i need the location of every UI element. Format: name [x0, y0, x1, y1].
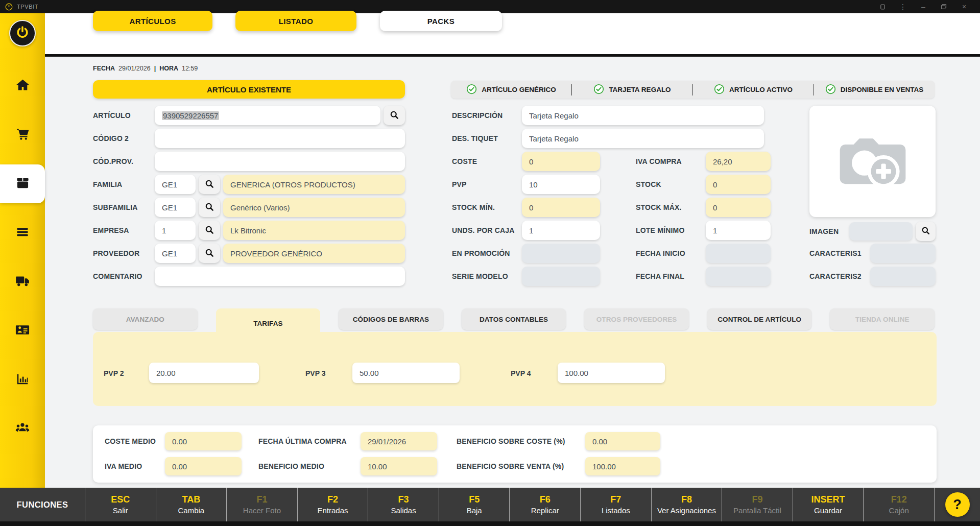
lote-minimo-input[interactable]	[706, 221, 771, 240]
proveedor-search-button[interactable]	[199, 244, 220, 263]
nav-articulos-button[interactable]: ARTÍCULOS	[93, 11, 212, 31]
restore-button[interactable]	[936, 1, 951, 12]
caracteris1-label: CARACTERIS1	[809, 249, 870, 257]
des-tiquet-input[interactable]	[522, 129, 764, 148]
tab-codigos-de-barras[interactable]: CÓDIGOS DE BARRAS	[339, 308, 443, 330]
stock-input[interactable]	[706, 175, 771, 194]
beneficio-sobre-venta-input[interactable]	[585, 457, 660, 475]
fecha-inicio-label: FECHA INICIO	[636, 249, 706, 257]
pvp-input[interactable]	[522, 175, 600, 194]
pvp4-input[interactable]	[558, 363, 665, 383]
tab-control-de-articulo[interactable]: CONTROL DE ARTÍCULO	[707, 308, 812, 330]
help-button[interactable]: ?	[945, 492, 970, 517]
imagen-search-button[interactable]	[916, 222, 936, 241]
iva-medio-input[interactable]	[165, 457, 242, 475]
subfamilia-code-input[interactable]	[155, 198, 196, 217]
apps-icon[interactable]	[875, 1, 890, 12]
fn-f3-salidas[interactable]: F3 Salidas	[368, 488, 439, 521]
fn-f1-hacer-foto[interactable]: F1 Hacer Foto	[226, 488, 297, 521]
familia-search-button[interactable]	[199, 175, 220, 194]
close-button[interactable]: ×	[957, 1, 972, 12]
pvp2-input[interactable]	[149, 363, 259, 383]
fn-f5-baja[interactable]: F5 Baja	[439, 488, 510, 521]
sidebar-item-sales[interactable]	[0, 115, 45, 154]
menu-dots-icon[interactable]: ⋮	[895, 1, 911, 12]
check-circle-icon	[593, 84, 604, 96]
menu-lines-icon	[16, 225, 29, 241]
sidebar-item-articles[interactable]	[0, 164, 45, 203]
familia-desc-field[interactable]	[223, 175, 405, 194]
flag-tarjeta-regalo[interactable]: TARJETA REGALO	[572, 84, 692, 96]
empresa-desc-field[interactable]	[223, 221, 405, 240]
sidebar-item-home[interactable]	[0, 66, 45, 105]
familia-code-input[interactable]	[155, 175, 196, 194]
codigo2-input[interactable]	[155, 129, 405, 148]
sidebar-item-users[interactable]	[0, 410, 45, 448]
unds-caja-input[interactable]	[522, 221, 600, 240]
tab-tienda-online[interactable]: TIENDA ONLINE	[830, 308, 935, 330]
coste-medio-input[interactable]	[165, 432, 242, 450]
sidebar-item-reports[interactable]	[0, 361, 45, 399]
flag-disponible-en-ventas[interactable]: DISPONIBLE EN VENTAS	[814, 84, 935, 96]
fecha-ultima-compra-input[interactable]	[361, 432, 437, 450]
minimize-button[interactable]: –	[916, 1, 931, 12]
subfamilia-desc-field[interactable]	[223, 198, 405, 217]
empresa-code-input[interactable]	[155, 221, 196, 240]
proveedor-code-input[interactable]	[155, 244, 196, 263]
comentario-input[interactable]	[155, 267, 405, 286]
article-image-placeholder[interactable]	[809, 106, 936, 217]
tab-avanzado[interactable]: AVANZADO	[93, 308, 198, 330]
id-card-icon	[15, 323, 30, 339]
beneficio-medio-label: BENEFICIO MEDIO	[258, 462, 361, 470]
tab-otros-proveedores[interactable]: OTROS PROVEEDORES	[584, 308, 689, 330]
fn-key: INSERT	[811, 494, 845, 506]
coste-input[interactable]	[522, 152, 600, 171]
flag-articulo-generico[interactable]: ARTÍCULO GENÉRICO	[451, 84, 571, 96]
proveedor-row: PROVEEDOR	[93, 244, 405, 263]
articulo-input[interactable]: 9390529226557	[155, 106, 380, 125]
article-status-banner: ARTÍCULO EXISTENTE	[93, 80, 405, 99]
tab-tarifas[interactable]: TARIFAS	[216, 308, 321, 338]
bottom-strip	[0, 521, 980, 526]
pvp3-input[interactable]	[352, 363, 460, 383]
proveedor-desc-field[interactable]	[223, 244, 405, 263]
nav-listado-button[interactable]: LISTADO	[235, 11, 356, 31]
stock-min-label: STOCK MÍN.	[452, 203, 522, 211]
empresa-search-button[interactable]	[199, 221, 220, 240]
fecha-ultima-compra-label: FECHA ÚLTIMA COMPRA	[258, 437, 361, 445]
tab-datos-contables[interactable]: DATOS CONTABLES	[462, 308, 566, 330]
codigo2-row: CÓDIGO 2	[93, 129, 405, 148]
check-circle-icon	[466, 84, 477, 96]
stock-max-input[interactable]	[706, 198, 771, 217]
fn-f12-cajon[interactable]: F12 Cajón	[863, 488, 935, 521]
tpvbit-app: TPVBIT ⋮ – × ARTÍCULOS LISTADO PACKS	[0, 0, 980, 526]
fn-esc-salir[interactable]: ESC Salir	[85, 488, 156, 521]
fn-f8-ver-asignaciones[interactable]: F8 Ver Asignaciones	[651, 488, 722, 521]
fn-insert-guardar[interactable]: INSERT Guardar	[793, 488, 864, 521]
power-button[interactable]	[9, 20, 36, 46]
fn-label: Salir	[113, 506, 128, 516]
iva-compra-input[interactable]	[706, 152, 771, 171]
fn-tab-cambia[interactable]: TAB Cambia	[156, 488, 227, 521]
stock-min-input[interactable]	[522, 198, 600, 217]
beneficio-sobre-coste-input[interactable]	[585, 432, 660, 450]
fn-f6-replicar[interactable]: F6 Replicar	[509, 488, 580, 521]
subfamilia-search-button[interactable]	[199, 198, 220, 217]
fn-f7-listados[interactable]: F7 Listados	[580, 488, 651, 521]
descripcion-input[interactable]	[522, 106, 764, 125]
flag-label: DISPONIBLE EN VENTAS	[841, 86, 924, 93]
beneficio-medio-input[interactable]	[361, 457, 437, 475]
stock-label: STOCK	[636, 180, 706, 188]
nav-packs-button[interactable]: PACKS	[380, 11, 502, 31]
sidebar-item-lists[interactable]	[0, 213, 45, 252]
des-tiquet-label: DES. TIQUET	[452, 134, 522, 142]
fn-f9-pantalla-tactil[interactable]: F9 Pantalla Táctil	[722, 488, 793, 521]
sidebar-item-suppliers[interactable]	[0, 262, 45, 301]
flag-articulo-activo[interactable]: ARTÍCULO ACTIVO	[693, 84, 814, 96]
serie-modelo-label: SERIE MODELO	[452, 272, 522, 280]
codprov-input[interactable]	[155, 152, 405, 171]
articulo-search-button[interactable]	[384, 106, 405, 125]
sidebar-item-clients[interactable]	[0, 312, 45, 350]
search-icon	[204, 248, 214, 259]
fn-f2-entradas[interactable]: F2 Entradas	[297, 488, 368, 521]
